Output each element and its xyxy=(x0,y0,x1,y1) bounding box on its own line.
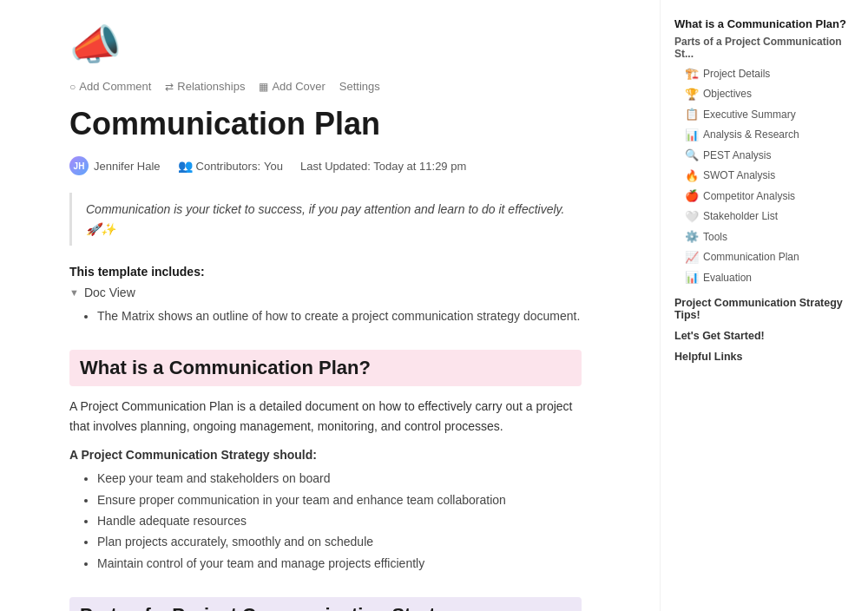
tools-label: Tools xyxy=(703,229,727,245)
contributors-label: Contributors: xyxy=(196,160,260,173)
sidebar-item-evaluation[interactable]: 📊 Evaluation xyxy=(674,267,854,288)
doc-icon: 📣 xyxy=(69,21,582,69)
section-what-is-heading: What is a Communication Plan? xyxy=(69,350,582,386)
evaluation-label: Evaluation xyxy=(703,270,752,286)
page-title: Communication Plan xyxy=(69,105,582,142)
bullet-1: Keep your team and stakeholders on board xyxy=(97,469,582,488)
executive-summary-icon: 📋 xyxy=(685,106,699,123)
stakeholder-list-label: Stakeholder List xyxy=(703,208,778,224)
sidebar-item-stakeholder-list[interactable]: 🤍 Stakeholder List xyxy=(674,207,854,227)
executive-summary-label: Executive Summary xyxy=(703,107,796,122)
sidebar-item-project-details[interactable]: 🏗️ Project Details xyxy=(674,63,854,84)
analysis-research-icon: 📊 xyxy=(685,127,699,144)
section-parts-of-heading: Parts of a Project Communication Strateg… xyxy=(69,597,582,611)
doc-view-description: The Matrix shows an outline of how to cr… xyxy=(97,306,582,325)
sidebar-item-objectives[interactable]: 🏆 Objectives xyxy=(674,84,854,105)
quote-block: Communication is your ticket to success,… xyxy=(69,193,582,246)
competitor-analysis-icon: 🍎 xyxy=(685,187,699,205)
sidebar-items: 🏗️ Project Details 🏆 Objectives 📋 Execut… xyxy=(674,63,854,288)
sidebar-sub-heading[interactable]: Parts of a Project Communication St... xyxy=(674,36,854,60)
pest-analysis-label: PEST Analysis xyxy=(703,148,771,163)
objectives-label: Objectives xyxy=(703,86,752,102)
contributors-block: 👥 Contributors: You xyxy=(178,159,283,173)
sidebar-main-heading[interactable]: What is a Communication Plan? xyxy=(674,17,854,30)
sidebar-item-pest-analysis[interactable]: 🔍 PEST Analysis xyxy=(674,145,854,166)
section-para-2: A Project Communication Strategy should: xyxy=(69,448,582,462)
cover-icon: ▦ xyxy=(259,81,268,93)
bullet-2: Ensure proper communication in your team… xyxy=(97,490,582,509)
doc-view-label: Doc View xyxy=(84,286,135,299)
bullet-4: Plan projects accurately, smoothly and o… xyxy=(97,532,582,551)
sidebar-link-helpful-links[interactable]: Helpful Links xyxy=(674,351,854,363)
last-updated: Last Updated: Today at 11:29 pm xyxy=(300,160,466,173)
page-layout: 📣 ○ Add Comment ⇄ Relationships ▦ Add Co… xyxy=(0,0,868,611)
toolbar: ○ Add Comment ⇄ Relationships ▦ Add Cove… xyxy=(69,80,582,93)
objectives-icon: 🏆 xyxy=(685,86,699,103)
doc-view-bullets: The Matrix shows an outline of how to cr… xyxy=(69,306,582,325)
bullet-3: Handle adequate resources xyxy=(97,511,582,530)
bullet-5: Maintain control of your team and manage… xyxy=(97,554,582,573)
section-para-1: A Project Communication Plan is a detail… xyxy=(69,397,582,436)
communication-plan-label: Communication Plan xyxy=(703,249,799,265)
swot-analysis-icon: 🔥 xyxy=(685,168,699,185)
sidebar-item-communication-plan[interactable]: 📈 Communication Plan xyxy=(674,247,854,268)
template-section: This template includes: ▼ Doc View The M… xyxy=(69,265,582,325)
contributors-icon: 👥 xyxy=(178,159,193,173)
sidebar-item-analysis-research[interactable]: 📊 Analysis & Research xyxy=(674,125,854,146)
sidebar-item-swot-analysis[interactable]: 🔥 SWOT Analysis xyxy=(674,166,854,187)
section-what-is: What is a Communication Plan? A Project … xyxy=(69,350,582,573)
communication-plan-icon: 📈 xyxy=(685,249,699,266)
contributors-value: You xyxy=(264,160,283,173)
meta-row: JH Jennifer Hale 👥 Contributors: You Las… xyxy=(69,156,582,175)
doc-view-row: ▼ Doc View xyxy=(69,286,582,299)
author-name: Jennifer Hale xyxy=(94,160,161,173)
avatar: JH xyxy=(69,156,89,175)
stakeholder-list-icon: 🤍 xyxy=(685,208,699,226)
add-comment-button[interactable]: ○ Add Comment xyxy=(69,80,151,93)
competitor-analysis-label: Competitor Analysis xyxy=(703,188,795,204)
settings-button[interactable]: Settings xyxy=(339,80,380,93)
relationships-icon: ⇄ xyxy=(165,81,174,93)
pest-analysis-icon: 🔍 xyxy=(685,147,699,164)
comment-icon: ○ xyxy=(69,81,76,93)
project-details-label: Project Details xyxy=(703,66,770,82)
evaluation-icon: 📊 xyxy=(685,269,699,286)
sidebar-link-tips[interactable]: Project Communication Strategy Tips! xyxy=(674,297,854,321)
analysis-research-label: Analysis & Research xyxy=(703,127,799,142)
sidebar-item-tools[interactable]: ⚙️ Tools xyxy=(674,227,854,247)
project-details-icon: 🏗️ xyxy=(685,65,699,82)
template-title: This template includes: xyxy=(69,265,582,279)
tools-icon: ⚙️ xyxy=(685,228,699,246)
strategy-bullets: Keep your team and stakeholders on board… xyxy=(69,469,582,573)
relationships-button[interactable]: ⇄ Relationships xyxy=(165,80,245,93)
sidebar-item-competitor-analysis[interactable]: 🍎 Competitor Analysis xyxy=(674,186,854,207)
sidebar: What is a Communication Plan? Parts of a… xyxy=(660,0,868,611)
section-parts-of: Parts of a Project Communication Strateg… xyxy=(69,597,582,611)
sidebar-item-executive-summary[interactable]: 📋 Executive Summary xyxy=(674,104,854,125)
swot-analysis-label: SWOT Analysis xyxy=(703,168,775,183)
author-block: JH Jennifer Hale xyxy=(69,156,161,175)
add-cover-button[interactable]: ▦ Add Cover xyxy=(259,80,325,93)
main-content: 📣 ○ Add Comment ⇄ Relationships ▦ Add Co… xyxy=(0,0,634,611)
sidebar-link-get-started[interactable]: Let's Get Started! xyxy=(674,330,854,342)
toggle-arrow-icon[interactable]: ▼ xyxy=(69,287,79,298)
